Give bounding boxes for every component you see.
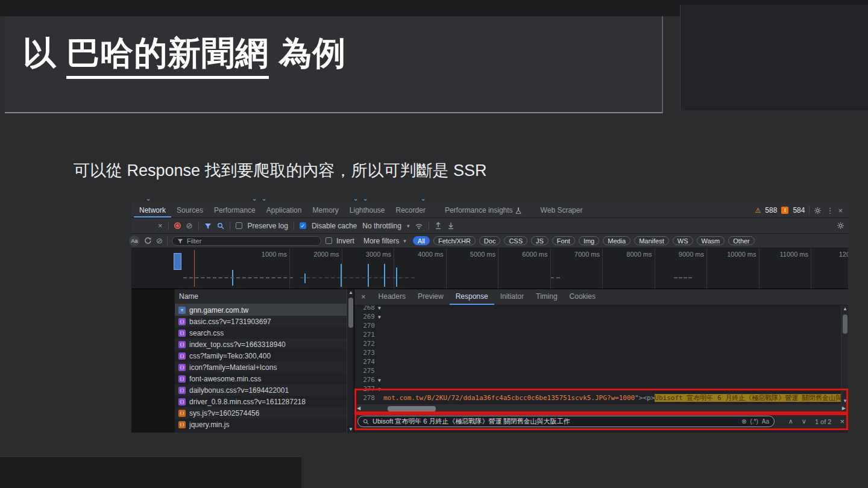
chevron-down-icon[interactable]: ▾ <box>407 223 410 229</box>
close-icon[interactable]: × <box>158 222 163 230</box>
scroll-down-icon[interactable]: ▼ <box>841 398 849 404</box>
clear-network-log-icon[interactable]: ⊘ <box>186 221 193 230</box>
timeline-tick-label: 2000 ms <box>303 251 339 258</box>
filter-chip-media[interactable]: Media <box>603 236 631 245</box>
devtools-tab-memory[interactable]: Memory <box>307 203 344 217</box>
scroll-up-icon[interactable]: ▲ <box>347 290 354 295</box>
filter-chip-all[interactable]: All <box>413 236 430 245</box>
tab-label: Network <box>139 204 166 217</box>
filter-chip-js[interactable]: JS <box>531 236 549 245</box>
block-icon[interactable]: ⊘ <box>156 236 163 245</box>
response-vertical-scrollbar[interactable]: ▲ ▼ <box>841 305 848 404</box>
filter-funnel-icon[interactable] <box>204 222 212 230</box>
network-settings-gear-icon[interactable] <box>837 222 844 230</box>
detail-tab-preview[interactable]: Preview <box>412 289 450 305</box>
scrollbar-thumb[interactable] <box>843 314 848 334</box>
filter-chip-font[interactable]: Font <box>552 236 575 245</box>
close-detail-icon[interactable]: × <box>354 289 373 305</box>
filter-chip-fetch-xhr[interactable]: Fetch/XHR <box>433 236 476 245</box>
filter-chip-wasm[interactable]: Wasm <box>697 236 725 245</box>
previous-match-icon[interactable]: ∧ <box>788 418 793 425</box>
clear-search-icon[interactable]: ⊗ <box>741 418 746 425</box>
timeline-tick-label: 8000 ms <box>616 251 652 258</box>
filter-chip-other[interactable]: Other <box>728 236 755 245</box>
next-match-icon[interactable]: ∨ <box>802 418 807 425</box>
request-row[interactable]: {}driver_0.9.8.min.css?v=1611287218 <box>175 396 347 407</box>
overview-selection-window[interactable] <box>174 253 181 270</box>
preserve-log-label: Preserve log <box>248 222 288 230</box>
network-overview-timeline[interactable]: 1000 ms2000 ms3000 ms4000 ms5000 ms6000 … <box>131 248 848 289</box>
disable-cache-checkbox[interactable]: ✓ <box>300 222 306 229</box>
chevron-down-icon[interactable]: ▾ <box>403 238 406 244</box>
record-network-log-icon[interactable] <box>174 222 181 229</box>
search-icon[interactable] <box>217 222 224 230</box>
export-har-icon[interactable] <box>447 222 454 230</box>
preserve-log-checkbox[interactable] <box>236 222 242 229</box>
tab-label: Sources <box>177 204 203 217</box>
devtools-tab-application[interactable]: Application <box>261 203 307 217</box>
filter-chip-css[interactable]: CSS <box>504 236 527 245</box>
scroll-up-icon[interactable]: ▲ <box>841 306 849 311</box>
scrollbar-thumb[interactable] <box>348 298 353 328</box>
warning-count[interactable]: 588 <box>765 206 777 214</box>
match-case-toggle[interactable]: Aa <box>762 418 769 425</box>
filter-chip-img[interactable]: Img <box>579 236 599 245</box>
filter-chip-ws[interactable]: WS <box>673 236 693 245</box>
fold-caret-icon[interactable]: ▼ <box>378 305 381 311</box>
kebab-menu-icon[interactable]: ⋮ <box>826 207 834 214</box>
settings-gear-icon[interactable] <box>814 207 822 214</box>
detail-tab-cookies[interactable]: Cookies <box>564 289 602 305</box>
devtools-tab-lighthouse[interactable]: Lighthouse <box>344 203 391 217</box>
warning-icon[interactable]: ⚠ <box>755 207 761 214</box>
network-conditions-icon[interactable] <box>415 222 423 230</box>
detail-tab-initiator[interactable]: Initiator <box>494 289 530 305</box>
devtools-tab-recorder[interactable]: Recorder <box>391 203 431 217</box>
filter-chip-manifest[interactable]: Manifest <box>634 236 669 245</box>
scroll-down-icon[interactable]: ▼ <box>347 427 354 432</box>
fold-caret-icon[interactable]: ▼ <box>378 314 381 320</box>
issues-icon[interactable]: ! <box>781 207 788 214</box>
response-code-viewer[interactable]: 268▼269▼270271272273274275276▼277▼278mot… <box>354 305 841 404</box>
request-table: Name ≡gnn.gamer.com.tw{}basic.css?v=1731… <box>175 289 354 433</box>
request-name-column-header[interactable]: Name <box>175 289 354 304</box>
invert-checkbox[interactable] <box>326 237 332 244</box>
devtools-tab-performance-insights[interactable]: Performance insights <box>439 203 527 217</box>
import-har-icon[interactable] <box>435 222 442 230</box>
detail-tab-headers[interactable]: Headers <box>373 289 412 305</box>
devtools-tab-sources[interactable]: Sources <box>171 203 209 217</box>
close-search-icon[interactable]: × <box>840 417 844 426</box>
request-row[interactable]: ≡gnn.gamer.com.tw <box>175 304 347 316</box>
request-row[interactable]: {}dailybonus.css?v=1694422001 <box>175 384 347 396</box>
response-horizontal-scrollbar[interactable]: ◀ ▶ <box>354 404 848 413</box>
close-devtools-icon[interactable]: × <box>838 207 843 214</box>
scrollbar-thumb[interactable] <box>388 406 436 411</box>
devtools-tab-web-scraper[interactable]: Web Scraper <box>535 203 588 217</box>
more-filters-label[interactable]: More filters <box>363 237 399 245</box>
scroll-left-icon[interactable]: ◀ <box>357 405 360 411</box>
request-row[interactable]: {}index_top.css?v=1663318940 <box>175 339 347 350</box>
scroll-right-icon[interactable]: ▶ <box>842 405 846 411</box>
fold-caret-icon[interactable]: ▼ <box>378 387 381 392</box>
refresh-icon[interactable] <box>144 237 152 245</box>
search-input[interactable]: Ubisoft 宣布明年 6 月終止《極惡戰隊》營運 關閉舊金山與大阪工作 ⊗ … <box>357 416 775 427</box>
devtools-tab-performance[interactable]: Performance <box>209 203 261 217</box>
error-count[interactable]: 584 <box>793 206 805 214</box>
fold-caret-icon[interactable]: ▼ <box>378 378 381 383</box>
detail-tab-timing[interactable]: Timing <box>530 289 564 305</box>
request-row[interactable]: {}basic.css?v=1731903697 <box>175 316 347 327</box>
request-row[interactable]: ()sys.js?v=1602574456 <box>175 407 347 419</box>
devtools-tab-network[interactable]: Network <box>134 203 171 217</box>
match-case-badge[interactable]: Aa <box>129 236 140 246</box>
throttling-select[interactable]: No throttling <box>362 222 401 230</box>
request-row[interactable]: {}css?family=Teko:300,400 <box>175 350 347 361</box>
filter-chip-doc[interactable]: Doc <box>479 236 501 245</box>
detail-tab-response[interactable]: Response <box>450 289 494 305</box>
request-row[interactable]: {}icon?family=Material+Icons <box>175 361 347 373</box>
request-row[interactable]: {}search.css <box>175 327 347 339</box>
request-row[interactable]: ()jquery.min.js <box>175 419 347 430</box>
regex-toggle-icon[interactable]: (.*) <box>750 418 758 425</box>
filter-input[interactable]: Filter <box>172 236 321 246</box>
request-row[interactable]: {}font-awesome.min.css <box>175 373 347 384</box>
waterfall-bar <box>368 264 369 287</box>
request-list-scrollbar[interactable]: ▲ ▼ <box>347 289 354 433</box>
